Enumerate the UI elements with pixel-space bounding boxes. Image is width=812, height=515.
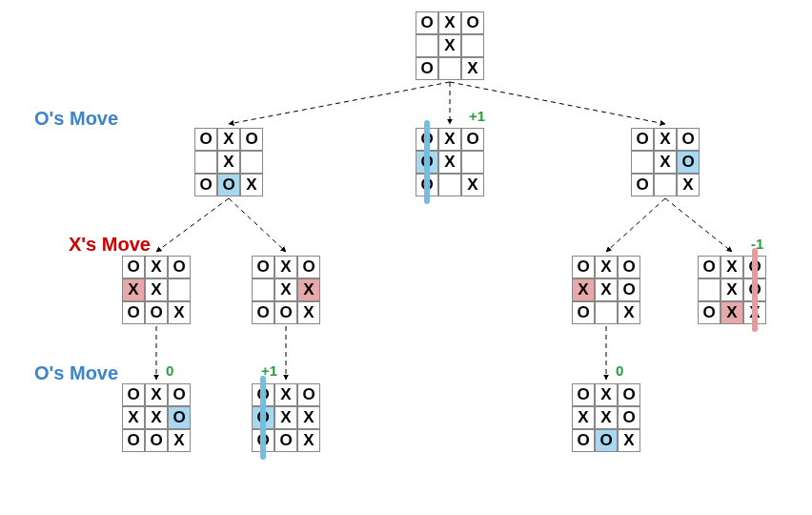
win-line [424,120,430,204]
ttt-cell: O [145,429,168,452]
game-tree-diagram: O's MoveX's MoveO's Move+1-10+10OXOXOXOX… [0,0,812,515]
ttt-cell: O [168,256,191,278]
ttt-cell: O [168,406,191,429]
ttt-cell: O [595,429,618,452]
minimax-score: +1 [469,108,485,124]
ttt-cell: X [297,301,320,324]
ttt-board: OXOXXOOOX [122,383,191,452]
ttt-cell: X [595,278,618,301]
ttt-cell: O [194,128,217,151]
ttt-board: OXOXOX [416,11,484,80]
ttt-cell: O [461,11,484,34]
ttt-cell: O [240,128,263,151]
ttt-cell: O [698,256,721,278]
ttt-cell: X [595,383,618,406]
ttt-cell: X [297,406,320,429]
minimax-score: 0 [166,362,173,379]
ttt-cell: X [217,151,240,174]
ttt-cell: X [438,11,461,34]
ttt-cell: X [168,301,191,324]
ttt-cell: O [297,383,320,406]
ttt-cell: O [168,383,191,406]
ttt-cell: O [122,429,145,452]
ttt-cell [240,151,263,174]
ttt-cell: X [572,406,595,429]
ttt-cell: O [618,406,640,429]
ttt-cell: O [122,256,145,278]
ttt-cell: O [618,256,640,278]
ttt-cell: X [461,174,484,196]
ttt-cell: O [217,174,240,196]
ttt-cell: O [572,383,595,406]
level-label: O's Move [34,362,118,384]
ttt-cell: X [721,256,743,278]
ttt-cell: O [274,301,297,324]
ttt-board: OXOXXOOX [122,256,191,324]
ttt-cell: X [240,174,263,196]
tree-arrow [606,198,665,252]
ttt-cell [461,151,484,174]
ttt-cell [461,34,484,57]
ttt-cell [654,174,677,196]
ttt-cell: X [654,128,677,151]
ttt-cell: X [274,278,297,301]
ttt-cell: O [416,57,438,80]
ttt-board: OXOXXOOOX [572,383,640,452]
ttt-cell [252,278,274,301]
ttt-cell: O [572,301,595,324]
ttt-cell [168,278,191,301]
ttt-board: OXOXOOX [631,128,700,196]
ttt-cell [194,151,217,174]
ttt-cell: O [631,128,654,151]
ttt-cell: X [572,278,595,301]
ttt-cell: O [461,128,484,151]
tree-arrow [229,198,286,252]
ttt-cell: X [618,429,640,452]
ttt-cell: O [631,174,654,196]
ttt-cell: X [145,256,168,278]
ttt-cell: O [297,256,320,278]
ttt-cell: X [438,151,461,174]
tree-arrow [229,82,450,124]
ttt-cell: X [145,383,168,406]
ttt-cell: X [438,128,461,151]
tree-arrow [156,198,229,252]
ttt-cell: X [168,429,191,452]
ttt-cell: X [297,278,320,301]
ttt-board: OXOXOOX [194,128,263,196]
ttt-cell: O [572,429,595,452]
ttt-cell: O [274,429,297,452]
ttt-cell: O [677,128,700,151]
ttt-cell: O [677,151,700,174]
ttt-board: OXOXXOOX [252,256,320,324]
ttt-cell: X [654,151,677,174]
ttt-cell [416,34,438,57]
ttt-cell: X [721,301,743,324]
ttt-cell: O [416,11,438,34]
ttt-cell: X [297,429,320,452]
ttt-cell: O [194,174,217,196]
ttt-cell: O [122,383,145,406]
win-line [752,248,758,332]
ttt-cell [438,174,461,196]
ttt-cell: X [595,406,618,429]
ttt-cell: O [252,301,274,324]
ttt-board: OXOXXOOX [572,256,640,324]
ttt-cell: X [122,406,145,429]
ttt-cell: O [122,301,145,324]
level-label: X's Move [69,234,151,256]
ttt-cell: X [274,383,297,406]
ttt-cell [595,301,618,324]
ttt-cell: X [618,301,640,324]
ttt-cell: O [698,301,721,324]
ttt-cell: X [122,278,145,301]
ttt-cell [631,151,654,174]
ttt-cell: X [145,278,168,301]
ttt-cell: X [438,34,461,57]
ttt-cell [698,278,721,301]
ttt-cell: X [677,174,700,196]
ttt-cell: O [618,278,640,301]
ttt-cell: O [618,383,640,406]
ttt-cell: X [145,406,168,429]
ttt-cell: X [274,406,297,429]
